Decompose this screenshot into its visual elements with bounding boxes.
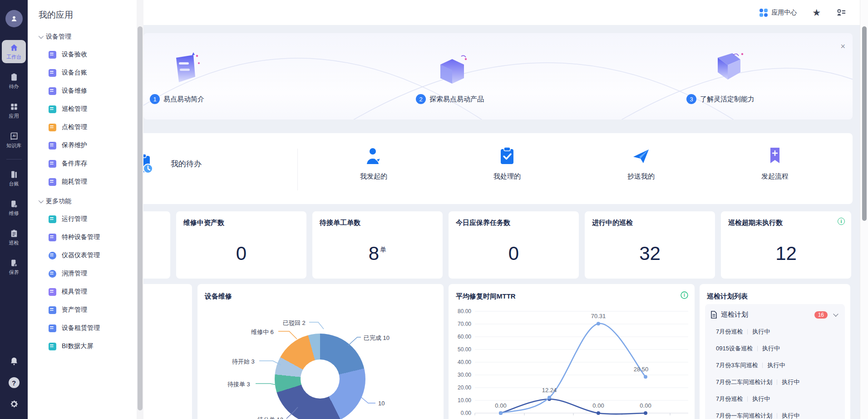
inspection-list-item[interactable]: 7月份一车间巡检计划执行中	[710, 412, 839, 419]
app-sidebar: 我的应用 设备管理 设备验收 设备台账 设备维修 巡检管理 点检管理 保养维护 …	[28, 0, 137, 419]
stat-value: 0	[508, 243, 519, 264]
stat-card-pending-orders[interactable]: 待接单工单数 8单	[312, 211, 443, 279]
close-icon[interactable]: ×	[840, 42, 845, 50]
stat-value: 12	[775, 243, 797, 264]
sidebar-group-more[interactable]: 更多功能	[39, 197, 137, 205]
basket-icon	[49, 288, 56, 296]
svg-text:28.50: 28.50	[634, 366, 649, 373]
sidebar-item-label: 设备台账	[62, 69, 87, 77]
sidebar-item-rental[interactable]: 设备租赁管理	[39, 319, 137, 337]
chart-title: 平均修复时间MTTR	[456, 292, 687, 301]
sidebar-item-maintenance[interactable]: 保养维护	[39, 136, 137, 155]
rail-item-label: 应用	[9, 113, 19, 120]
window-scrollbar[interactable]	[860, 0, 868, 419]
sidebar-item-special-equipment[interactable]: 特种设备管理	[39, 228, 137, 246]
stat-card-overdue-inspections[interactable]: 巡检超期未执行数 i 12	[721, 211, 851, 279]
sidebar-scrollbar[interactable]	[137, 0, 143, 419]
rail-item-todo[interactable]: 待办	[2, 70, 26, 93]
sidebar-item-operation[interactable]: 运行管理	[39, 210, 137, 228]
todo-item-initiated[interactable]: 我发起的	[346, 147, 401, 181]
banner-step-1[interactable]: 1 易点易动简介	[150, 94, 204, 104]
info-icon[interactable]: i	[838, 218, 845, 225]
contact-card-icon[interactable]	[836, 8, 846, 17]
banner-step-2[interactable]: 2 探索易点易动产品	[416, 94, 484, 104]
clipboard-lines-icon	[10, 229, 19, 238]
inspection-list-item[interactable]: 7月份巡检执行中	[710, 328, 839, 336]
todo-item-processed[interactable]: 我处理的	[480, 147, 534, 181]
sidebar-item-inspection[interactable]: 巡检管理	[39, 100, 137, 118]
sidebar-item-spareparts[interactable]: 备件库存	[39, 155, 137, 173]
todo-clipboard-clock-icon	[143, 153, 153, 174]
sidebar-title: 我的应用	[39, 9, 137, 21]
rail-divider	[6, 159, 22, 160]
person-send-icon	[365, 147, 382, 165]
sidebar-item-ledger[interactable]: 设备台账	[39, 64, 137, 82]
rail-item-apps[interactable]: 应用	[2, 99, 26, 122]
banner-3d-custom-icon	[710, 48, 749, 84]
my-todo[interactable]: 我的待办	[143, 153, 202, 174]
svg-text:0.00: 0.00	[592, 402, 604, 409]
todo-item-cc[interactable]: 抄送我的	[614, 147, 668, 181]
plan-status: 执行中	[782, 378, 799, 386]
donut-label-to-accept: 待接单 3	[227, 380, 250, 389]
sidebar-item-label: 资产管理	[62, 306, 87, 314]
svg-text:12.24: 12.24	[542, 387, 557, 394]
sidebar-item-repair[interactable]: 设备维修	[39, 82, 137, 100]
rail-item-maintenance[interactable]: 保养	[2, 255, 26, 279]
cabinet-icon	[49, 69, 56, 77]
bell-icon[interactable]	[9, 356, 19, 366]
rail-item-knowledge[interactable]: AI 知识库	[2, 129, 26, 152]
sidebar-group-label: 设备管理	[46, 33, 71, 41]
device-gear-icon	[49, 142, 56, 150]
sidebar-item-instruments[interactable]: 仪器仪表管理	[39, 246, 137, 264]
inspection-list-item[interactable]: 0915设备巡检执行中	[710, 344, 839, 353]
user-avatar[interactable]	[5, 10, 23, 27]
inspection-list-item[interactable]: 7月份二车间巡检计划执行中	[710, 378, 839, 386]
todo-item-start-flow[interactable]: 发起流程	[748, 147, 802, 181]
chevron-down-icon[interactable]	[833, 311, 838, 316]
stat-card-maintenance-today[interactable]: 今日应保养任务数 0	[449, 211, 579, 279]
info-icon[interactable]: i	[681, 291, 688, 301]
divider	[747, 396, 748, 402]
stat-value: 0	[236, 243, 247, 264]
donut-label-unnamed-10: 10	[378, 400, 385, 407]
mttr-line-chart[interactable]: 0.0010.0020.0030.0040.0050.0060.0070.008…	[449, 300, 695, 419]
inspection-group-header[interactable]: 巡检计划 16	[710, 310, 839, 319]
todo-item-label: 我发起的	[346, 172, 401, 181]
sidebar-item-bi-dashboard[interactable]: BI数据大屏	[39, 337, 137, 355]
banner-step-3[interactable]: 3 了解灵活定制能力	[686, 94, 755, 104]
plan-name: 7月份巡检	[716, 328, 743, 336]
rail-item-workbench[interactable]: 工作台	[2, 40, 26, 63]
rail-item-ledger[interactable]: 台账	[2, 167, 26, 190]
sidebar-item-label: 设备租赁管理	[62, 324, 100, 332]
window-scrollbar-thumb[interactable]	[862, 26, 867, 221]
stat-card-assets-in-repair[interactable]: 维修中资产数 0	[176, 211, 306, 279]
sidebar-item-acceptance[interactable]: 设备验收	[39, 45, 137, 64]
rail-item-inspection[interactable]: 巡检	[2, 226, 26, 249]
sidebar-item-lubrication[interactable]: 润滑管理	[39, 264, 137, 283]
stat-card-inspections-in-progress[interactable]: 进行中的巡检 32	[585, 211, 715, 279]
help-icon[interactable]: ?	[9, 377, 20, 388]
sidebar-item-mold[interactable]: 模具管理	[39, 283, 137, 301]
clipboard-check-icon	[10, 73, 19, 82]
sidebar-item-energy[interactable]: 能耗管理	[39, 173, 137, 191]
onboarding-banner: × 1 易点易动简介 2 探索易点易动产品	[143, 33, 853, 120]
vertical-divider	[297, 149, 298, 190]
favorite-star-icon[interactable]: ★	[812, 8, 821, 17]
banner-3d-intro-icon	[167, 50, 203, 87]
todo-item-label: 抄送我的	[614, 172, 668, 181]
chevron-down-icon	[39, 34, 44, 39]
stat-value: 32	[639, 243, 661, 264]
gear-icon[interactable]	[9, 399, 19, 409]
plan-status: 执行中	[752, 328, 770, 336]
sidebar-item-spotcheck[interactable]: 点检管理	[39, 118, 137, 136]
droplet-icon	[49, 270, 56, 278]
app-center-button[interactable]: 应用中心	[760, 9, 797, 17]
sidebar-item-assets[interactable]: 资产管理	[39, 301, 137, 319]
layers-icon	[49, 306, 56, 314]
inspection-list-item[interactable]: 7月份巡检执行中	[710, 395, 839, 403]
inspection-list-item[interactable]: 7月份3车间巡检执行中	[710, 361, 839, 369]
rail-item-repair[interactable]: 维修	[2, 196, 26, 219]
sidebar-group-equipment[interactable]: 设备管理	[39, 33, 137, 41]
sidebar-scrollbar-thumb[interactable]	[138, 26, 143, 410]
